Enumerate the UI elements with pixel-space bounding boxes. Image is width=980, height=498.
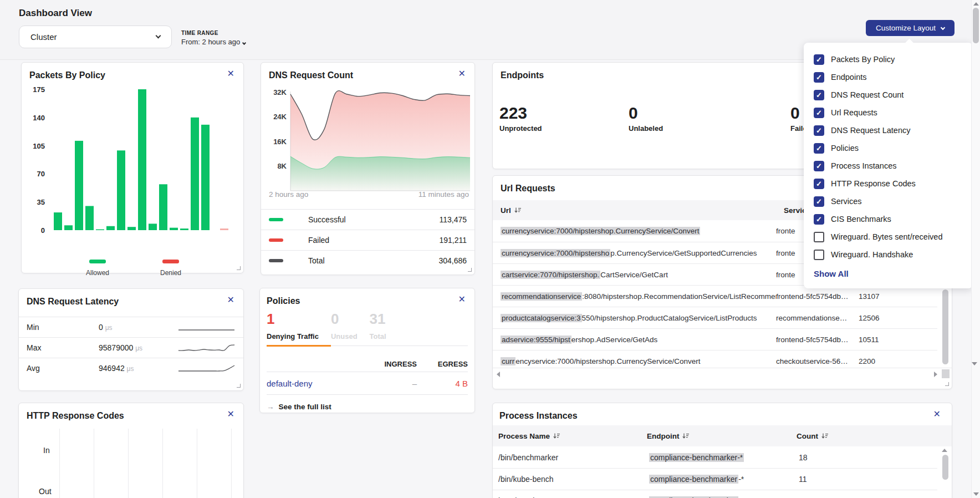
card-packets-by-policy: Packets By Policy ✕ 03570105140175 Allow…: [21, 62, 244, 273]
menu-item[interactable]: Wireguard. Bytes sent/received: [804, 228, 973, 246]
menu-item[interactable]: ✓Endpoints: [804, 68, 973, 86]
menu-item[interactable]: ✓DNS Request Count: [804, 86, 973, 104]
scroll-right-icon[interactable]: [934, 372, 937, 377]
column-header-endpoint[interactable]: Endpoint: [647, 432, 797, 440]
menu-item[interactable]: ✓Packets By Policy: [804, 50, 973, 68]
checkbox-icon[interactable]: [814, 232, 824, 242]
scroll-down-icon[interactable]: [972, 362, 977, 365]
horizontal-scrollbar[interactable]: [493, 368, 952, 380]
svg-text:35: 35: [37, 198, 45, 206]
process-table-header: Process Name Endpoint Count: [493, 425, 952, 446]
close-icon[interactable]: ✕: [933, 410, 941, 419]
card-dns-request-count: DNS Request Count ✕ 8K16K24K32K 2 hours …: [261, 62, 475, 275]
count-cell: 2200: [859, 357, 937, 365]
menu-item[interactable]: Wireguard. Handshake: [804, 246, 973, 263]
legend-value: 113,475: [439, 215, 467, 224]
checkbox-icon[interactable]: ✓: [814, 125, 824, 136]
url-text: :8080/hipstershop.RecommendationService/…: [582, 292, 776, 301]
column-header-process-name[interactable]: Process Name: [498, 432, 647, 440]
gridline: [94, 429, 94, 498]
policy-link[interactable]: default-deny: [267, 379, 366, 388]
latency-value: 946942 μs: [99, 364, 171, 373]
close-icon[interactable]: ✕: [227, 296, 234, 304]
stat-value: 223: [499, 104, 542, 123]
resize-handle[interactable]: [468, 268, 472, 272]
service-cell: frontend-5fc5754db…: [776, 336, 859, 344]
policies-tab[interactable]: 0Unused: [331, 311, 370, 345]
legend-name: Failed: [308, 236, 329, 245]
sort-icon[interactable]: [553, 433, 560, 439]
column-header-count[interactable]: Count: [797, 432, 952, 440]
sort-icon[interactable]: [821, 433, 828, 439]
column-header-url[interactable]: Url: [501, 206, 784, 215]
checkbox-icon[interactable]: ✓: [814, 90, 824, 100]
checkbox-icon[interactable]: ✓: [814, 72, 824, 83]
table-row[interactable]: adservice:9555/hipstershop.AdService/Get…: [493, 328, 937, 350]
arrow-right-icon: →: [267, 403, 274, 411]
url-cell: currencyservice:7000/hipstershop.Currenc…: [501, 227, 776, 235]
scroll-left-icon[interactable]: [497, 372, 500, 377]
checkbox-icon[interactable]: ✓: [814, 161, 824, 171]
show-all-link[interactable]: Show All: [814, 269, 973, 278]
url-text: encyservice:7000/hipstershop.CurrencySer…: [515, 357, 700, 365]
policies-tab[interactable]: 31Total: [370, 311, 399, 345]
policies-tabs: 1Denying Traffic0Unused31Total: [267, 311, 468, 346]
menu-item[interactable]: ✓DNS Request Latency: [804, 121, 973, 139]
endpoint-stat: 0Unlabeled: [629, 104, 663, 133]
see-full-list-link[interactable]: →See the full list: [267, 403, 331, 411]
customize-menu-items: ✓Packets By Policy✓Endpoints✓DNS Request…: [804, 50, 973, 263]
policies-tab[interactable]: 1Denying Traffic: [267, 311, 331, 347]
page-scrollbar-thumb[interactable]: [973, 8, 979, 43]
checkbox-icon[interactable]: ✓: [814, 143, 824, 154]
table-row[interactable]: benchmarkercompliance-benchmarker-*9: [493, 490, 937, 498]
vertical-scrollbar-thumb[interactable]: [942, 289, 948, 364]
resize-handle[interactable]: [945, 382, 949, 386]
menu-item[interactable]: ✓HTTP Response Codes: [804, 175, 973, 192]
close-icon[interactable]: ✕: [458, 295, 466, 304]
sparkline: [177, 323, 236, 332]
checkbox-icon[interactable]: ✓: [814, 196, 824, 207]
menu-item[interactable]: ✓Policies: [804, 139, 973, 157]
card-title: Packets By Policy: [29, 70, 105, 80]
menu-item[interactable]: ✓CIS Benchmarks: [804, 210, 973, 228]
sort-icon[interactable]: [682, 433, 689, 439]
checkbox-icon[interactable]: ✓: [814, 214, 824, 225]
menu-item-label: Process Instances: [831, 161, 896, 170]
customize-layout-menu: ✓Packets By Policy✓Endpoints✓DNS Request…: [804, 43, 973, 288]
policies-table-header: INGRESS EGRESS: [267, 356, 468, 372]
checkbox-icon[interactable]: ✓: [814, 54, 824, 65]
checkbox-icon[interactable]: ✓: [814, 179, 824, 189]
time-range-label: TIME RANGE: [181, 30, 246, 36]
highlighted-text: compliance-benchmarker: [649, 475, 738, 484]
menu-item[interactable]: ✓Url Requests: [804, 104, 973, 121]
close-icon[interactable]: ✕: [458, 69, 466, 78]
close-icon[interactable]: ✕: [227, 69, 234, 78]
vertical-scrollbar-thumb[interactable]: [942, 455, 948, 480]
table-row[interactable]: productcatalogservice:3550/hipstershop.P…: [493, 307, 937, 328]
resize-handle[interactable]: [237, 384, 241, 388]
legend-label: Denied: [146, 269, 196, 277]
customize-layout-button[interactable]: Customize Layout: [866, 20, 955, 36]
page-scrollbar[interactable]: [971, 0, 980, 498]
scroll-up-icon[interactable]: [942, 449, 947, 452]
sort-icon[interactable]: [514, 207, 521, 214]
svg-text:140: 140: [33, 114, 45, 122]
menu-item[interactable]: ✓Services: [804, 192, 973, 210]
time-range-value[interactable]: From: 2 hours ago: [181, 38, 246, 46]
checkbox-icon[interactable]: [814, 250, 824, 260]
table-row[interactable]: /bin/kube-benchcompliance-benchmarker-*1…: [493, 468, 937, 490]
menu-item[interactable]: ✓Process Instances: [804, 157, 973, 175]
scroll-up-icon[interactable]: [973, 2, 979, 6]
service-cell: frontend-5fc5754db…: [776, 292, 859, 301]
menu-item-label: Wireguard. Handshake: [831, 250, 913, 259]
svg-text:0: 0: [41, 226, 45, 235]
scroll-down-icon[interactable]: [973, 492, 979, 496]
resize-handle[interactable]: [237, 266, 241, 270]
denied-swatch: [162, 260, 179, 263]
table-row[interactable]: /bin/benchmarkercompliance-benchmarker-*…: [493, 446, 937, 468]
count-cell: 12506: [859, 314, 937, 322]
checkbox-icon[interactable]: ✓: [814, 108, 824, 118]
card-http-response-codes: HTTP Response Codes ✕ In Out: [18, 403, 244, 498]
cluster-selector[interactable]: Cluster: [19, 26, 172, 48]
tab-count: 31: [370, 311, 386, 328]
